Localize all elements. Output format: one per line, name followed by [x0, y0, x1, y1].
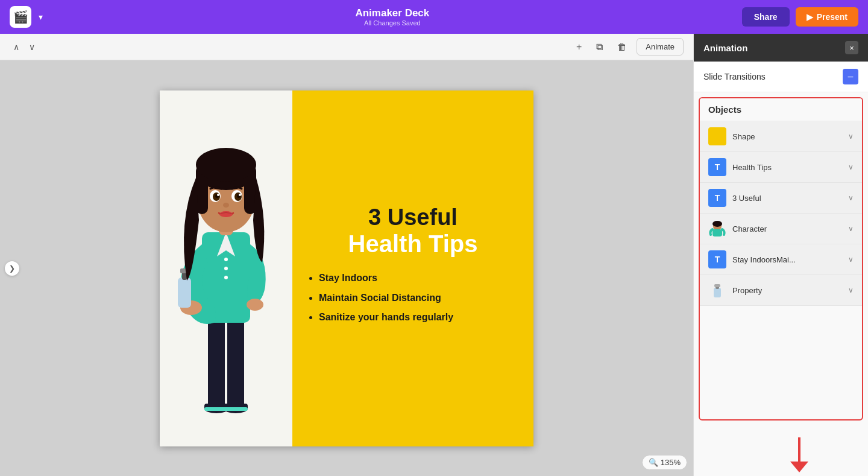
object-item-text[interactable]: T3 Useful∨ [700, 183, 862, 214]
copy-slide-btn[interactable]: ⧉ [591, 39, 608, 55]
app-title: Animaker Deck [50, 7, 735, 19]
svg-rect-14 [178, 278, 191, 308]
object-label-0: Shape [732, 132, 842, 141]
zoom-icon: 🔍 [649, 458, 658, 467]
delete-slide-btn[interactable]: 🗑 [612, 39, 632, 55]
transitions-minus-btn[interactable]: – [843, 69, 858, 84]
slide-container: ❯ [0, 60, 693, 476]
object-label-2: 3 Useful [732, 194, 842, 203]
text-icon: T [708, 250, 726, 268]
svg-point-33 [219, 211, 233, 217]
play-icon: ▶ [807, 12, 813, 22]
slide-bullets: Stay IndoorsMaintain Social DistancingSa… [307, 272, 519, 331]
nav-down-btn[interactable]: ∨ [25, 40, 39, 54]
zoom-label: 135% [661, 458, 681, 467]
main-area: ∧ ∨ + ⧉ 🗑 Animate ❯ [0, 34, 868, 476]
svg-point-12 [224, 276, 228, 279]
bullet-item: Maintain Social Distancing [319, 292, 519, 305]
svg-rect-39 [714, 284, 720, 287]
chevron-down-icon: ∨ [848, 286, 854, 294]
slide-nav: ∧ ∨ [10, 40, 39, 54]
nav-up-btn[interactable]: ∧ [10, 40, 23, 54]
slide-transitions-label: Slide Transitions [703, 72, 766, 81]
red-arrow-svg [775, 431, 823, 474]
zoom-indicator: 🔍 135% [642, 455, 687, 470]
present-button[interactable]: ▶ Present [796, 7, 858, 27]
chevron-down-icon: ∨ [848, 224, 854, 233]
logo-dropdown-btn[interactable]: ▾ [39, 12, 43, 22]
object-item-property[interactable]: Property∨ [700, 275, 862, 306]
svg-rect-37 [714, 288, 721, 297]
object-label-5: Property [732, 286, 842, 295]
header: 🎬 ▾ Animaker Deck All Changes Saved Shar… [0, 0, 868, 34]
svg-rect-7 [224, 407, 248, 411]
slide-prev-btn[interactable]: ❯ [5, 261, 19, 276]
bullet-item: Stay Indoors [319, 272, 519, 285]
chevron-down-icon: ∨ [848, 255, 854, 264]
save-status: All Changes Saved [50, 19, 735, 27]
svg-rect-1 [227, 317, 244, 407]
slide-title-line2: Health Tips [348, 230, 478, 258]
object-item-shape[interactable]: Shape∨ [700, 121, 862, 152]
chevron-down-icon: ∨ [848, 132, 854, 141]
logo-emoji: 🎬 [13, 10, 28, 24]
svg-point-10 [224, 258, 228, 261]
object-item-text[interactable]: THealth Tips∨ [700, 152, 862, 183]
add-slide-btn[interactable]: + [571, 39, 587, 55]
slide-left-panel [160, 90, 292, 446]
objects-header: Objects [700, 98, 862, 121]
svg-point-31 [239, 194, 241, 196]
character-icon [708, 220, 726, 238]
objects-section: Objects Shape∨THealth Tips∨T3 Useful∨ Ch… [699, 97, 863, 420]
object-label-3: Character [732, 224, 842, 233]
slide-canvas: 3 Useful Health Tips Stay IndoorsMaintai… [160, 90, 533, 446]
panel-header: Animation × [694, 34, 868, 62]
animation-label: Animation [703, 43, 747, 53]
text-icon: T [708, 158, 726, 176]
svg-point-30 [217, 194, 219, 196]
canvas-area: ∧ ∨ + ⧉ 🗑 Animate ❯ [0, 34, 693, 476]
chevron-down-icon: ∨ [848, 194, 854, 202]
present-label: Present [817, 12, 848, 22]
svg-marker-41 [790, 462, 808, 472]
header-title-group: Animaker Deck All Changes Saved [50, 7, 735, 27]
object-label-4: Stay IndoorsMai... [732, 255, 842, 264]
slide-title-line1: 3 Useful [368, 205, 458, 230]
svg-point-11 [224, 267, 228, 270]
object-item-text[interactable]: TStay IndoorsMai...∨ [700, 244, 862, 275]
svg-rect-0 [208, 317, 225, 407]
chevron-down-icon: ∨ [848, 163, 854, 171]
share-button[interactable]: Share [742, 7, 790, 27]
slide-transitions-row: Slide Transitions – [694, 62, 868, 92]
right-panel: Animation × Slide Transitions – Objects … [693, 34, 868, 476]
shape-icon [708, 127, 726, 145]
panel-close-btn[interactable]: × [845, 41, 858, 54]
slide-right-panel: 3 Useful Health Tips Stay IndoorsMaintai… [292, 90, 533, 446]
header-actions: Share ▶ Present [742, 7, 858, 27]
svg-point-23 [196, 148, 256, 182]
svg-rect-36 [712, 229, 722, 236]
app-logo: 🎬 [10, 6, 31, 28]
svg-point-35 [712, 221, 722, 227]
canvas-toolbar: ∧ ∨ + ⧉ 🗑 Animate [0, 34, 693, 60]
red-arrow-container [694, 425, 868, 476]
character-svg [166, 100, 286, 437]
objects-list: Shape∨THealth Tips∨T3 Useful∨ Character∨… [700, 121, 862, 306]
object-label-1: Health Tips [732, 163, 842, 172]
svg-point-17 [247, 299, 263, 311]
animate-button[interactable]: Animate [637, 38, 684, 56]
text-icon: T [708, 189, 726, 207]
sanitizer-icon [708, 281, 726, 299]
bullet-item: Sanitize your hands regularly [319, 311, 519, 324]
object-item-character[interactable]: Character∨ [700, 214, 862, 244]
svg-point-32 [223, 203, 229, 208]
